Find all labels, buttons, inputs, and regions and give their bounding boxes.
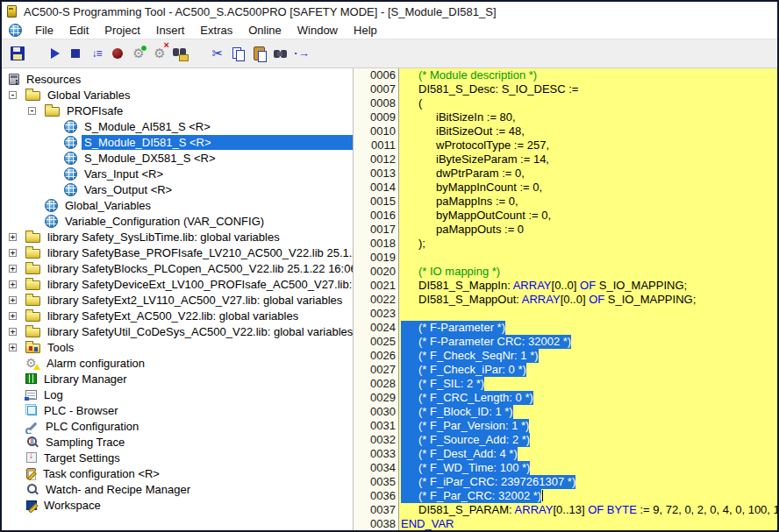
code-line-0035[interactable]: 0035(* F_iPar_CRC: 2397261307 *) [354, 475, 777, 489]
code-line-0010[interactable]: 0010iBitSizeOut := 48, [354, 124, 777, 138]
tree-item-s-module-di581-s-r[interactable]: S_Module_DI581_S <R> [2, 134, 353, 150]
find-button[interactable] [270, 43, 291, 64]
tree-item-alarm-configuration[interactable]: Alarm configuration [2, 355, 353, 371]
line-number: 0009 [354, 110, 399, 124]
expand-plus-icon[interactable]: + [9, 328, 17, 336]
code-line-0033[interactable]: 0033(* F_Dest_Add: 4 *) [354, 447, 777, 461]
tree-item-plc-browser[interactable]: PLC - Browser [2, 402, 353, 418]
tree-item-library-safetydeviceext-lv100-profisafe-ac[interactable]: +library SafetyDeviceExt_LV100_PROFIsafe… [2, 276, 353, 292]
code-line-0025[interactable]: 0025(* F-Parameter CRC: 32002 *) [354, 335, 777, 349]
menu-file[interactable]: File [27, 23, 61, 38]
tree-item-resources[interactable]: Resources [2, 71, 353, 87]
code-line-0007[interactable]: 0007DI581_S_Desc: S_IO_DESC := [354, 82, 777, 96]
line-number: 0026 [354, 349, 399, 363]
tree-item-task-configuration-r[interactable]: Task configuration <R> [2, 465, 353, 481]
menu-help[interactable]: Help [346, 23, 385, 38]
code-line-0008[interactable]: 0008( [354, 96, 777, 110]
menu-project[interactable]: Project [96, 23, 147, 38]
code-line-0030[interactable]: 0030(* F_Block_ID: 1 *) [354, 405, 777, 419]
tree-item-library-manager[interactable]: Library Manager [2, 371, 353, 387]
tree-item-log[interactable]: Log [2, 387, 353, 402]
tree-item-library-safetyext-ac500-v22-lib-global-var[interactable]: +library SafetyExt_AC500_V22.lib: global… [2, 308, 353, 323]
code-line-0023[interactable]: 0023 [354, 307, 777, 321]
tree-item-s-module-dx581-s-r[interactable]: S_Module_DX581_S <R> [2, 150, 353, 166]
expand-plus-icon[interactable]: + [9, 249, 17, 257]
line-text: (* F-Parameter CRC: 32002 *) [399, 335, 777, 349]
menu-online[interactable]: Online [240, 23, 289, 38]
tree-item-target-settings[interactable]: Target Settings [2, 450, 353, 465]
code-line-0037[interactable]: 0037DI581_S_PARAM: ARRAY[0..13] OF BYTE … [354, 503, 777, 517]
code-line-0026[interactable]: 0026(* F_Check_SeqNr: 1 *) [354, 349, 777, 363]
code-line-0015[interactable]: 0015paMappIns := 0, [354, 195, 777, 209]
tree-item-global-variables[interactable]: -Global Variables [2, 87, 353, 103]
menu-insert[interactable]: Insert [148, 23, 193, 38]
code-line-0027[interactable]: 0027(* F_Check_iPar: 0 *) [354, 363, 777, 377]
tree-item-variable-configuration-var-config[interactable]: Variable_Configuration (VAR_CONFIG) [2, 213, 353, 229]
tree-item-library-safetybase-profisafe-lv210-ac500-v[interactable]: +library SafetyBase_PROFIsafe_LV210_AC50… [2, 245, 353, 260]
tree-item-library-safety-syslibtime-lib-global-varia[interactable]: +library Safety_SysLibTime.lib: global v… [2, 229, 353, 245]
toolbar-group [44, 43, 191, 64]
expand-plus-icon[interactable]: + [9, 280, 17, 288]
tree-item-vars-output-r[interactable]: Vars_Output <R> [2, 181, 353, 197]
tree-item-tools[interactable]: +Tools [2, 339, 353, 355]
copy-button[interactable] [228, 43, 249, 64]
tree-item-watch-and-recipe-manager[interactable]: Watch- and Recipe Manager [2, 481, 353, 497]
code-line-0028[interactable]: 0028(* F_SIL: 2 *) [354, 377, 777, 391]
code-line-0017[interactable]: 0017paMappOuts := 0 [354, 223, 777, 237]
document-globe-icon[interactable] [9, 24, 22, 37]
tree-item-vars-input-r[interactable]: Vars_Input <R> [2, 166, 353, 181]
menu-window[interactable]: Window [289, 23, 346, 38]
save-button[interactable] [7, 43, 28, 64]
toggle-breakpoint-button[interactable] [107, 43, 128, 64]
code-line-0016[interactable]: 0016byMappOutCount := 0, [354, 209, 777, 223]
tree-item-workspace[interactable]: Workspace [2, 497, 353, 513]
run-button[interactable] [44, 43, 65, 64]
tree-item-library-safetyblocks-plcopen-ac500-v22-lib[interactable]: +library SafetyBlocks_PLCopen_AC500_V22.… [2, 260, 353, 276]
cut-button[interactable] [207, 43, 228, 64]
code-line-0038[interactable]: 0038END_VAR [354, 517, 777, 530]
tree-item-global-variables[interactable]: Global_Variables [2, 197, 353, 213]
code-line-0012[interactable]: 0012iByteSizeParam := 14, [354, 153, 777, 167]
code-line-0032[interactable]: 0032(* F_Source_Add: 2 *) [354, 433, 777, 447]
code-line-0006[interactable]: 0006(* Module description *) [354, 68, 777, 82]
code-line-0013[interactable]: 0013dwPtrParam := 0, [354, 167, 777, 181]
collapse-minus-icon[interactable]: - [9, 91, 17, 99]
code-line-0018[interactable]: 0018); [354, 237, 777, 251]
code-line-0036[interactable]: 0036(* F_Par_CRC: 32002 *) [354, 489, 777, 503]
expand-plus-icon[interactable]: + [9, 233, 17, 241]
tree-item-library-safetyutil-codesys-ac500-v22-lib-g[interactable]: +library SafetyUtil_CoDeSys_AC500_V22.li… [2, 323, 353, 339]
code-line-0009[interactable]: 0009iBitSizeIn := 80, [354, 110, 777, 124]
expand-plus-icon[interactable]: + [9, 296, 17, 304]
code-line-0019[interactable]: 0019 [354, 251, 777, 265]
code-line-0024[interactable]: 0024(* F-Parameter *) [354, 321, 777, 335]
online-login-button[interactable] [128, 43, 149, 64]
global-search-button[interactable] [170, 43, 191, 64]
tree-item-label: Vars_Output <R> [82, 182, 353, 197]
expand-plus-icon[interactable]: + [9, 265, 17, 273]
step-button[interactable] [86, 43, 107, 64]
code-line-0034[interactable]: 0034(* F_WD_Time: 100 *) [354, 461, 777, 475]
tree-item-library-safetyext2-lv110-ac500-v27-lib-glo[interactable]: +library SafetyExt2_LV110_AC500_V27.lib:… [2, 292, 353, 308]
code-line-0022[interactable]: 0022DI581_S_MappOut: ARRAY[0..0] OF S_IO… [354, 293, 777, 307]
code-line-0020[interactable]: 0020(* IO mapping *) [354, 265, 777, 279]
online-logout-button[interactable] [149, 43, 170, 64]
paste-button[interactable] [249, 43, 270, 64]
collapse-minus-icon[interactable]: - [28, 107, 36, 115]
tree-item-profisafe[interactable]: -PROFIsafe [2, 103, 353, 118]
menu-edit[interactable]: Edit [61, 23, 96, 38]
code-line-0011[interactable]: 0011wProtocolType := 257, [354, 138, 777, 153]
code-line-0029[interactable]: 0029(* F_CRC_Length: 0 *) [354, 391, 777, 405]
tree-item-sampling-trace[interactable]: Sampling Trace [2, 434, 353, 450]
find-next-button[interactable] [291, 43, 312, 64]
tree-item-s-module-ai581-s-r[interactable]: S_Module_AI581_S <R> [2, 118, 353, 134]
declaration-editor[interactable]: 0006(* Module description *)0007DI581_S_… [354, 68, 777, 530]
menu-extras[interactable]: Extras [192, 23, 240, 38]
code-line-0021[interactable]: 0021DI581_S_MappIn: ARRAY[0..0] OF S_IO_… [354, 279, 777, 293]
code-line-0014[interactable]: 0014byMappInCount := 0, [354, 181, 777, 195]
expand-plus-icon[interactable]: + [9, 312, 17, 320]
expand-plus-icon[interactable]: + [9, 344, 17, 351]
stop-button[interactable] [65, 43, 86, 64]
code-line-0031[interactable]: 0031(* F_Par_Version: 1 *) [354, 419, 777, 433]
tree-item-plc-configuration[interactable]: PLC Configuration [2, 418, 353, 434]
workspace-icon [26, 500, 37, 510]
